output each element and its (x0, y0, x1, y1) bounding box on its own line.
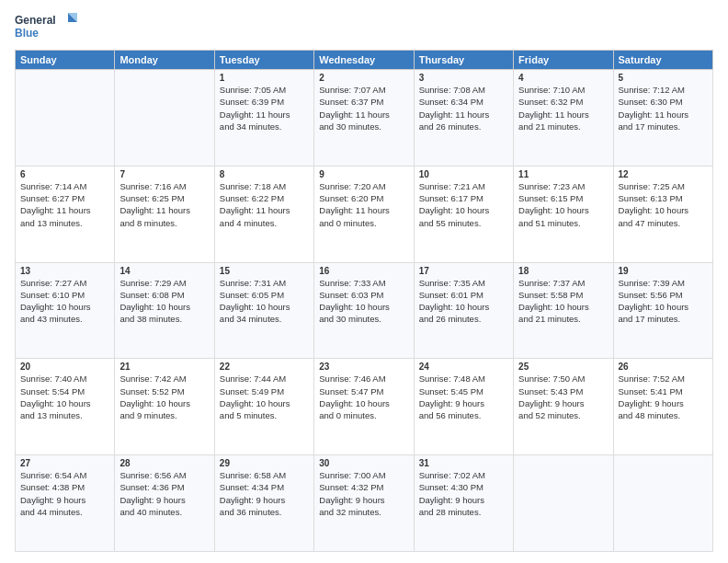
calendar-cell: 16Sunrise: 7:33 AMSunset: 6:03 PMDayligh… (314, 262, 414, 359)
day-detail: Sunrise: 7:10 AMSunset: 6:32 PMDaylight:… (518, 84, 608, 132)
day-detail: Sunrise: 7:20 AMSunset: 6:20 PMDaylight:… (319, 180, 408, 229)
calendar-cell: 6Sunrise: 7:14 AMSunset: 6:27 PMDaylight… (16, 166, 115, 262)
header-saturday: Saturday (613, 51, 712, 70)
day-number: 25 (518, 362, 608, 372)
calendar-cell: 8Sunrise: 7:18 AMSunset: 6:22 PMDaylight… (214, 166, 313, 262)
day-detail: Sunrise: 6:58 AMSunset: 4:34 PMDaylight:… (220, 469, 309, 518)
calendar-cell: 21Sunrise: 7:42 AMSunset: 5:52 PMDayligh… (115, 359, 214, 455)
calendar-cell: 7Sunrise: 7:16 AMSunset: 6:25 PMDaylight… (115, 166, 214, 262)
calendar-cell: 12Sunrise: 7:25 AMSunset: 6:13 PMDayligh… (613, 166, 712, 262)
calendar-cell: 10Sunrise: 7:21 AMSunset: 6:17 PMDayligh… (414, 166, 513, 262)
day-detail: Sunrise: 7:33 AMSunset: 6:03 PMDaylight:… (319, 277, 408, 326)
day-number: 22 (220, 362, 309, 372)
day-number: 21 (119, 362, 209, 372)
day-number: 28 (119, 458, 209, 468)
calendar-header-row: SundayMondayTuesdayWednesdayThursdayFrid… (16, 51, 713, 70)
day-number: 11 (518, 169, 608, 179)
day-detail: Sunrise: 7:23 AMSunset: 6:15 PMDaylight:… (518, 180, 608, 229)
week-row-5: 27Sunrise: 6:54 AMSunset: 4:38 PMDayligh… (16, 455, 713, 552)
day-detail: Sunrise: 7:46 AMSunset: 5:47 PMDaylight:… (319, 373, 408, 421)
day-detail: Sunrise: 7:25 AMSunset: 6:13 PMDaylight:… (619, 180, 708, 229)
day-detail: Sunrise: 7:08 AMSunset: 6:34 PMDaylight:… (419, 84, 508, 132)
day-number: 7 (119, 169, 209, 179)
day-detail: Sunrise: 7:39 AMSunset: 5:56 PMDaylight:… (619, 277, 708, 326)
day-detail: Sunrise: 7:12 AMSunset: 6:30 PMDaylight:… (619, 84, 708, 132)
calendar-cell: 15Sunrise: 7:31 AMSunset: 6:05 PMDayligh… (214, 262, 313, 359)
calendar-cell: 29Sunrise: 6:58 AMSunset: 4:34 PMDayligh… (214, 455, 313, 552)
day-number: 27 (20, 458, 109, 468)
calendar-cell: 4Sunrise: 7:10 AMSunset: 6:32 PMDaylight… (514, 70, 613, 167)
calendar-cell (115, 70, 214, 167)
day-detail: Sunrise: 7:14 AMSunset: 6:27 PMDaylight:… (20, 180, 109, 229)
svg-text:General: General (15, 14, 56, 27)
day-number: 9 (319, 169, 408, 179)
day-detail: Sunrise: 6:56 AMSunset: 4:36 PMDaylight:… (119, 469, 209, 518)
day-detail: Sunrise: 7:21 AMSunset: 6:17 PMDaylight:… (419, 180, 508, 229)
calendar-cell: 9Sunrise: 7:20 AMSunset: 6:20 PMDaylight… (314, 166, 414, 262)
day-detail: Sunrise: 7:05 AMSunset: 6:39 PMDaylight:… (220, 84, 309, 132)
day-number: 15 (220, 266, 309, 276)
calendar-cell: 13Sunrise: 7:27 AMSunset: 6:10 PMDayligh… (16, 262, 115, 359)
day-detail: Sunrise: 7:48 AMSunset: 5:45 PMDaylight:… (419, 373, 508, 421)
day-number: 6 (20, 169, 109, 179)
day-detail: Sunrise: 7:52 AMSunset: 5:41 PMDaylight:… (619, 373, 708, 421)
calendar-cell: 30Sunrise: 7:00 AMSunset: 4:32 PMDayligh… (314, 455, 414, 552)
day-detail: Sunrise: 7:42 AMSunset: 5:52 PMDaylight:… (119, 373, 209, 421)
day-number: 5 (619, 73, 708, 83)
day-detail: Sunrise: 7:44 AMSunset: 5:49 PMDaylight:… (220, 373, 309, 421)
day-number: 12 (619, 169, 708, 179)
header-wednesday: Wednesday (314, 51, 414, 70)
calendar-cell (514, 455, 613, 552)
calendar-cell (16, 70, 115, 167)
calendar-cell: 3Sunrise: 7:08 AMSunset: 6:34 PMDaylight… (414, 70, 513, 167)
day-detail: Sunrise: 7:07 AMSunset: 6:37 PMDaylight:… (319, 84, 408, 132)
day-number: 26 (619, 362, 708, 372)
header-sunday: Sunday (16, 51, 115, 70)
day-number: 20 (20, 362, 109, 372)
header-monday: Monday (115, 51, 214, 70)
day-number: 8 (220, 169, 309, 179)
header-thursday: Thursday (414, 51, 513, 70)
day-number: 3 (419, 73, 508, 83)
calendar-cell: 24Sunrise: 7:48 AMSunset: 5:45 PMDayligh… (414, 359, 513, 455)
day-number: 17 (419, 266, 508, 276)
calendar-cell (613, 455, 712, 552)
day-number: 10 (419, 169, 508, 179)
header-tuesday: Tuesday (214, 51, 313, 70)
day-detail: Sunrise: 7:27 AMSunset: 6:10 PMDaylight:… (20, 277, 109, 326)
day-number: 13 (20, 266, 109, 276)
day-detail: Sunrise: 7:29 AMSunset: 6:08 PMDaylight:… (119, 277, 209, 326)
calendar-cell: 26Sunrise: 7:52 AMSunset: 5:41 PMDayligh… (613, 359, 712, 455)
day-detail: Sunrise: 7:35 AMSunset: 6:01 PMDaylight:… (419, 277, 508, 326)
calendar-cell: 2Sunrise: 7:07 AMSunset: 6:37 PMDaylight… (314, 70, 414, 167)
calendar-cell: 25Sunrise: 7:50 AMSunset: 5:43 PMDayligh… (514, 359, 613, 455)
day-number: 2 (319, 73, 408, 83)
day-number: 19 (619, 266, 708, 276)
calendar-cell: 22Sunrise: 7:44 AMSunset: 5:49 PMDayligh… (214, 359, 313, 455)
calendar-cell: 20Sunrise: 7:40 AMSunset: 5:54 PMDayligh… (16, 359, 115, 455)
day-number: 1 (220, 73, 309, 83)
calendar-cell: 27Sunrise: 6:54 AMSunset: 4:38 PMDayligh… (16, 455, 115, 552)
day-number: 18 (518, 266, 608, 276)
calendar-cell: 14Sunrise: 7:29 AMSunset: 6:08 PMDayligh… (115, 262, 214, 359)
logo: General Blue (15, 11, 79, 44)
logo-svg: General Blue (15, 11, 79, 44)
header-friday: Friday (514, 51, 613, 70)
day-detail: Sunrise: 7:37 AMSunset: 5:58 PMDaylight:… (518, 277, 608, 326)
day-number: 31 (419, 458, 508, 468)
day-number: 23 (319, 362, 408, 372)
day-number: 24 (419, 362, 508, 372)
day-detail: Sunrise: 7:02 AMSunset: 4:30 PMDaylight:… (419, 469, 508, 518)
week-row-3: 13Sunrise: 7:27 AMSunset: 6:10 PMDayligh… (16, 262, 713, 359)
calendar-cell: 28Sunrise: 6:56 AMSunset: 4:36 PMDayligh… (115, 455, 214, 552)
day-detail: Sunrise: 7:31 AMSunset: 6:05 PMDaylight:… (220, 277, 309, 326)
day-number: 30 (319, 458, 408, 468)
week-row-4: 20Sunrise: 7:40 AMSunset: 5:54 PMDayligh… (16, 359, 713, 455)
day-detail: Sunrise: 7:16 AMSunset: 6:25 PMDaylight:… (119, 180, 209, 229)
svg-text:Blue: Blue (15, 27, 39, 40)
calendar-table: SundayMondayTuesdayWednesdayThursdayFrid… (15, 50, 713, 552)
day-detail: Sunrise: 7:40 AMSunset: 5:54 PMDaylight:… (20, 373, 109, 421)
calendar-cell: 11Sunrise: 7:23 AMSunset: 6:15 PMDayligh… (514, 166, 613, 262)
day-detail: Sunrise: 7:00 AMSunset: 4:32 PMDaylight:… (319, 469, 408, 518)
week-row-2: 6Sunrise: 7:14 AMSunset: 6:27 PMDaylight… (16, 166, 713, 262)
